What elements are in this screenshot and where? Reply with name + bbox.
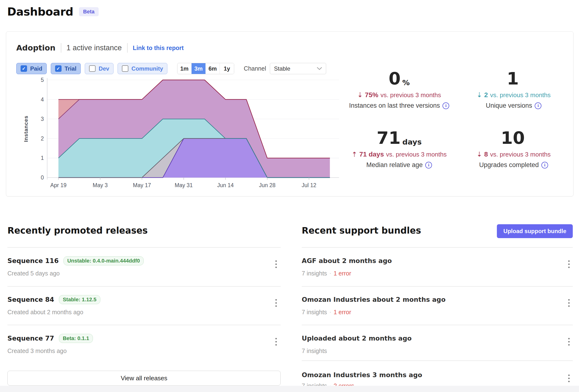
svg-text:May 3: May 3	[93, 182, 108, 188]
release-row-title: Sequence 116 Unstable: 0.4.0-main.444ddf…	[7, 256, 144, 266]
svg-text:0: 0	[41, 175, 44, 181]
trend-down-arrow-icon: ⇣	[477, 150, 482, 158]
release-version-badge: Stable: 1.12.5	[59, 295, 100, 304]
release-created: Created 3 months ago	[7, 346, 67, 356]
chevron-down-icon	[317, 67, 322, 70]
channel-label: Channel	[244, 65, 266, 72]
svg-text:Jul 12: Jul 12	[302, 182, 316, 188]
svg-text:Jun 14: Jun 14	[217, 182, 234, 188]
stat-label: Median relative age i	[343, 161, 455, 169]
info-icon[interactable]: i	[535, 102, 541, 109]
svg-text:Instances: Instances	[23, 116, 29, 142]
recent-support-bundles-section: Recent support bundles Upload support bu…	[302, 225, 573, 392]
info-icon[interactable]: i	[425, 162, 432, 168]
svg-text:May 31: May 31	[175, 182, 193, 188]
channel-value: Stable	[274, 65, 290, 72]
svg-text:3: 3	[41, 116, 44, 122]
stat-label: Upgrades completed i	[457, 161, 570, 169]
filter-trial-checkbox[interactable]: ✓ Trial	[51, 63, 81, 74]
stat-value: 0%	[343, 69, 455, 88]
trend-up-arrow-icon: ⇡	[352, 150, 357, 158]
stat-change: ⇡ 71 days vs. previous 3 months	[343, 150, 455, 158]
filter-community-checkbox[interactable]: Community	[118, 63, 167, 74]
kebab-menu-icon[interactable]	[566, 297, 572, 309]
bundle-meta: 7 insights	[302, 346, 327, 356]
bundle-row-title: AGF about 2 months ago	[302, 256, 392, 266]
range-3m-button[interactable]: 3m	[192, 63, 206, 74]
release-created: Created 5 days ago	[7, 268, 60, 278]
bundle-meta: 7 insights · 1 error	[302, 307, 351, 317]
upload-support-bundle-button[interactable]: Upload support bundle	[497, 224, 573, 238]
stat-value: 71days	[343, 128, 455, 147]
checkbox-icon: ✓	[55, 65, 62, 72]
stat-value: 1	[457, 69, 570, 88]
svg-text:5: 5	[41, 77, 44, 83]
divider	[7, 247, 281, 248]
divider	[127, 43, 128, 53]
svg-text:1: 1	[41, 155, 44, 161]
bundle-meta: 7 insights · 1 error	[302, 268, 351, 278]
divider	[302, 247, 573, 248]
svg-text:2: 2	[41, 135, 44, 142]
adoption-title: Adoption	[16, 43, 56, 52]
svg-text:May 17: May 17	[133, 182, 151, 188]
adoption-stacked-area-chart[interactable]: Apr 19May 3May 17May 31Jun 14Jun 28Jul 1…	[23, 74, 344, 189]
stat-value: 10	[457, 128, 570, 147]
checkbox-icon: ✓	[21, 65, 27, 72]
filter-paid-checkbox[interactable]: ✓ Paid	[16, 63, 47, 74]
stat-upgrades-completed: 10 ⇣ 8 vs. previous 3 months Upgrades co…	[457, 128, 570, 169]
kebab-menu-icon[interactable]	[566, 373, 572, 384]
svg-text:Apr 19: Apr 19	[50, 182, 67, 188]
active-instance-count: 1 active instance	[67, 44, 122, 52]
releases-heading: Recently promoted releases	[7, 225, 148, 236]
adoption-card: Adoption 1 active instance Link to this …	[6, 31, 574, 196]
release-version-badge: Beta: 0.1.1	[59, 334, 93, 343]
link-to-report[interactable]: Link to this report	[133, 45, 184, 52]
bundle-row-title: Omozan Industries about 2 months ago	[302, 294, 446, 305]
range-6m-button[interactable]: 6m	[206, 63, 220, 74]
bundle-error-count: 1 error	[334, 307, 351, 317]
stat-change: ⇣ 8 vs. previous 3 months	[457, 150, 570, 158]
svg-text:4: 4	[41, 96, 44, 103]
range-1m-button[interactable]: 1m	[177, 63, 192, 74]
filter-label: Dev	[99, 65, 109, 72]
filter-label: Community	[132, 65, 163, 72]
filter-label: Paid	[30, 65, 42, 72]
divider	[61, 43, 61, 53]
filter-label: Trial	[65, 65, 76, 72]
next-section-edge	[0, 386, 579, 392]
kebab-menu-icon[interactable]	[274, 297, 279, 309]
bundle-row-title: Uploaded about 2 months ago	[302, 333, 412, 344]
kebab-menu-icon[interactable]	[274, 259, 279, 270]
stat-change: ⇣ 2 vs. previous 3 months	[457, 91, 570, 99]
filter-dev-checkbox[interactable]: Dev	[85, 63, 114, 74]
bundle-row-title: Omozan Industries 3 months ago	[302, 370, 422, 380]
channel-select[interactable]: Stable	[270, 63, 326, 74]
view-all-releases-button[interactable]: View all releases	[7, 371, 281, 386]
page-header: Dashboard Beta	[7, 5, 99, 18]
divider	[7, 325, 281, 325]
divider	[7, 286, 281, 287]
range-1y-button[interactable]: 1y	[220, 63, 234, 74]
bundle-error-count: 1 error	[334, 268, 351, 278]
svg-text:Jun 28: Jun 28	[259, 182, 275, 188]
adoption-card-header: Adoption 1 active instance Link to this …	[16, 43, 184, 53]
stat-change: ⇣ 75% vs. previous 3 months	[343, 91, 455, 99]
release-row-title: Sequence 84 Stable: 1.12.5	[7, 294, 100, 305]
adoption-filters: ✓ Paid ✓ Trial Dev Community 1m 3m 6m 1y…	[16, 63, 326, 74]
kebab-menu-icon[interactable]	[566, 259, 572, 270]
page-title: Dashboard	[7, 5, 73, 18]
checkbox-icon	[89, 65, 95, 72]
trend-down-arrow-icon: ⇣	[357, 91, 363, 99]
info-icon[interactable]: i	[442, 102, 449, 109]
stat-unique-versions: 1 ⇣ 2 vs. previous 3 months Unique versi…	[457, 69, 570, 109]
time-range-selector: 1m 3m 6m 1y	[177, 63, 234, 74]
kebab-menu-icon[interactable]	[566, 336, 572, 347]
divider	[302, 325, 573, 325]
kebab-menu-icon[interactable]	[274, 336, 279, 347]
release-created: Created about 2 months ago	[7, 307, 83, 317]
divider	[302, 286, 573, 287]
stat-instances-last-three-versions: 0% ⇣ 75% vs. previous 3 months Instances…	[343, 69, 455, 109]
trend-down-arrow-icon: ⇣	[477, 91, 482, 99]
info-icon[interactable]: i	[541, 162, 548, 168]
